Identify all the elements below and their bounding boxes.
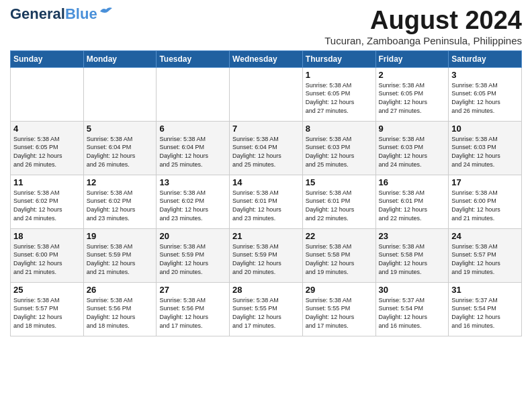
calendar-body: 1Sunrise: 5:38 AM Sunset: 6:05 PM Daylig… [11,67,522,336]
calendar-cell: 19Sunrise: 5:38 AM Sunset: 5:59 PM Dayli… [83,228,157,282]
calendar-cell: 11Sunrise: 5:38 AM Sunset: 6:02 PM Dayli… [11,175,84,228]
calendar-cell: 10Sunrise: 5:38 AM Sunset: 6:03 PM Dayli… [449,121,522,175]
day-info: Sunrise: 5:38 AM Sunset: 5:59 PM Dayligh… [87,242,154,276]
weekday-header-friday: Friday [375,50,449,67]
calendar-cell: 18Sunrise: 5:38 AM Sunset: 6:00 PM Dayli… [11,228,84,282]
day-number: 20 [159,231,226,241]
day-info: Sunrise: 5:38 AM Sunset: 5:59 PM Dayligh… [159,242,226,276]
day-info: Sunrise: 5:38 AM Sunset: 6:05 PM Dayligh… [379,81,446,115]
calendar-cell: 21Sunrise: 5:38 AM Sunset: 5:59 PM Dayli… [230,228,303,282]
calendar-week-row: 1Sunrise: 5:38 AM Sunset: 6:05 PM Daylig… [11,67,522,121]
day-number: 10 [451,124,519,134]
day-info: Sunrise: 5:38 AM Sunset: 6:03 PM Dayligh… [451,135,519,169]
day-info: Sunrise: 5:38 AM Sunset: 5:56 PM Dayligh… [159,296,226,330]
day-number: 7 [232,124,300,134]
calendar-cell: 5Sunrise: 5:38 AM Sunset: 6:04 PM Daylig… [83,121,157,175]
calendar-cell: 13Sunrise: 5:38 AM Sunset: 6:02 PM Dayli… [157,175,230,228]
day-number: 22 [306,231,373,241]
day-info: Sunrise: 5:38 AM Sunset: 6:02 PM Dayligh… [159,189,226,222]
day-info: Sunrise: 5:38 AM Sunset: 6:05 PM Dayligh… [451,81,519,115]
day-number: 8 [306,124,373,134]
calendar-cell: 3Sunrise: 5:38 AM Sunset: 6:05 PM Daylig… [449,67,522,121]
calendar-cell [11,67,84,121]
calendar-cell: 7Sunrise: 5:38 AM Sunset: 6:04 PM Daylig… [230,121,303,175]
calendar-table: SundayMondayTuesdayWednesdayThursdayFrid… [10,50,522,336]
weekday-header-thursday: Thursday [302,50,375,67]
calendar-cell: 26Sunrise: 5:38 AM Sunset: 5:56 PM Dayli… [83,282,157,336]
day-number: 14 [232,177,300,187]
calendar-cell: 24Sunrise: 5:38 AM Sunset: 5:57 PM Dayli… [449,228,522,282]
calendar-cell: 15Sunrise: 5:38 AM Sunset: 6:01 PM Dayli… [302,175,375,228]
day-info: Sunrise: 5:38 AM Sunset: 5:55 PM Dayligh… [232,296,300,330]
calendar-week-row: 25Sunrise: 5:38 AM Sunset: 5:57 PM Dayli… [11,282,522,336]
calendar-cell [83,67,157,121]
day-info: Sunrise: 5:38 AM Sunset: 6:01 PM Dayligh… [232,189,300,222]
day-number: 16 [379,177,446,187]
day-info: Sunrise: 5:38 AM Sunset: 5:56 PM Dayligh… [87,296,154,330]
calendar-cell: 20Sunrise: 5:38 AM Sunset: 5:59 PM Dayli… [157,228,230,282]
day-number: 11 [13,177,81,187]
title-block: August 2024 Tucuran, Zamboanga Peninsula… [324,7,522,46]
day-info: Sunrise: 5:38 AM Sunset: 6:04 PM Dayligh… [232,135,300,169]
day-number: 2 [379,70,446,80]
day-number: 29 [306,285,373,295]
day-info: Sunrise: 5:38 AM Sunset: 6:00 PM Dayligh… [13,242,81,276]
day-info: Sunrise: 5:38 AM Sunset: 6:04 PM Dayligh… [159,135,226,169]
logo-bird-icon [99,6,114,17]
main-title: August 2024 [324,7,522,35]
day-number: 27 [159,285,226,295]
weekday-header-saturday: Saturday [449,50,522,67]
calendar-cell: 17Sunrise: 5:38 AM Sunset: 6:00 PM Dayli… [449,175,522,228]
calendar-cell: 4Sunrise: 5:38 AM Sunset: 6:05 PM Daylig… [11,121,84,175]
day-info: Sunrise: 5:38 AM Sunset: 5:57 PM Dayligh… [451,242,519,276]
calendar-week-row: 11Sunrise: 5:38 AM Sunset: 6:02 PM Dayli… [11,175,522,228]
weekday-header-monday: Monday [83,50,157,67]
day-number: 18 [13,231,81,241]
day-info: Sunrise: 5:38 AM Sunset: 5:55 PM Dayligh… [306,296,373,330]
day-number: 19 [87,231,154,241]
day-number: 13 [159,177,226,187]
calendar-cell: 6Sunrise: 5:38 AM Sunset: 6:04 PM Daylig… [157,121,230,175]
day-number: 3 [451,70,519,80]
day-info: Sunrise: 5:38 AM Sunset: 5:58 PM Dayligh… [306,242,373,276]
day-info: Sunrise: 5:38 AM Sunset: 6:00 PM Dayligh… [451,189,519,222]
day-info: Sunrise: 5:38 AM Sunset: 6:05 PM Dayligh… [13,135,81,169]
day-number: 31 [451,285,519,295]
day-info: Sunrise: 5:38 AM Sunset: 6:02 PM Dayligh… [87,189,154,222]
calendar-cell: 31Sunrise: 5:37 AM Sunset: 5:54 PM Dayli… [449,282,522,336]
day-number: 23 [379,231,446,241]
calendar-cell: 12Sunrise: 5:38 AM Sunset: 6:02 PM Dayli… [83,175,157,228]
calendar-cell [157,67,230,121]
calendar-week-row: 4Sunrise: 5:38 AM Sunset: 6:05 PM Daylig… [11,121,522,175]
calendar-cell: 14Sunrise: 5:38 AM Sunset: 6:01 PM Dayli… [230,175,303,228]
calendar-cell: 8Sunrise: 5:38 AM Sunset: 6:03 PM Daylig… [302,121,375,175]
day-number: 15 [306,177,373,187]
weekday-header-tuesday: Tuesday [157,50,230,67]
weekday-header-wednesday: Wednesday [230,50,303,67]
calendar-cell: 16Sunrise: 5:38 AM Sunset: 6:01 PM Dayli… [375,175,449,228]
day-info: Sunrise: 5:38 AM Sunset: 6:01 PM Dayligh… [306,189,373,222]
day-number: 4 [13,124,81,134]
day-info: Sunrise: 5:37 AM Sunset: 5:54 PM Dayligh… [451,296,519,330]
logo-text: GeneralBlue [10,7,97,21]
calendar-cell [230,67,303,121]
calendar-cell: 2Sunrise: 5:38 AM Sunset: 6:05 PM Daylig… [375,67,449,121]
day-info: Sunrise: 5:38 AM Sunset: 6:01 PM Dayligh… [379,189,446,222]
calendar-cell: 30Sunrise: 5:37 AM Sunset: 5:54 PM Dayli… [375,282,449,336]
day-info: Sunrise: 5:38 AM Sunset: 6:05 PM Dayligh… [306,81,373,115]
day-number: 24 [451,231,519,241]
day-number: 12 [87,177,154,187]
page-header: GeneralBlue August 2024 Tucuran, Zamboan… [10,7,522,46]
day-info: Sunrise: 5:38 AM Sunset: 6:03 PM Dayligh… [306,135,373,169]
day-number: 21 [232,231,300,241]
day-number: 9 [379,124,446,134]
calendar-cell: 28Sunrise: 5:38 AM Sunset: 5:55 PM Dayli… [230,282,303,336]
calendar-cell: 1Sunrise: 5:38 AM Sunset: 6:05 PM Daylig… [302,67,375,121]
day-number: 5 [87,124,154,134]
day-info: Sunrise: 5:38 AM Sunset: 6:02 PM Dayligh… [13,189,81,222]
weekday-header-row: SundayMondayTuesdayWednesdayThursdayFrid… [11,50,522,67]
day-number: 30 [379,285,446,295]
calendar-cell: 25Sunrise: 5:38 AM Sunset: 5:57 PM Dayli… [11,282,84,336]
day-number: 28 [232,285,300,295]
day-number: 6 [159,124,226,134]
